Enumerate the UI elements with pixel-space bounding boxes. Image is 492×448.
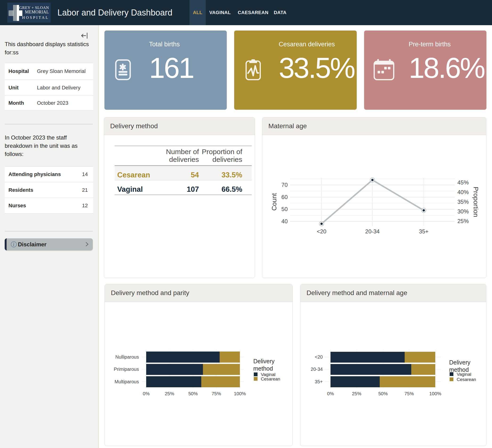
- svg-text:20-34: 20-34: [365, 228, 379, 235]
- svg-text:MEMORIAL: MEMORIAL: [25, 10, 49, 14]
- svg-text:Vaginal: Vaginal: [261, 372, 276, 377]
- svg-text:Nulliparous: Nulliparous: [115, 354, 139, 359]
- svg-text:Delivery: Delivery: [449, 359, 471, 366]
- svg-text:25%: 25%: [352, 391, 361, 396]
- svg-text:Cesarean: Cesarean: [261, 377, 280, 381]
- svg-text:Multiparous: Multiparous: [115, 379, 139, 384]
- svg-text:method: method: [253, 365, 273, 372]
- svg-text:50%: 50%: [378, 391, 388, 396]
- svg-text:50%: 50%: [188, 391, 198, 396]
- svg-text:HOSPITAL: HOSPITAL: [22, 15, 49, 20]
- svg-text:75%: 75%: [212, 391, 221, 396]
- svg-text:0%: 0%: [143, 391, 150, 396]
- svg-text:0%: 0%: [327, 391, 334, 396]
- svg-text:Delivery: Delivery: [253, 358, 275, 364]
- svg-text:Vaginal: Vaginal: [457, 372, 471, 377]
- svg-text:Cesarean: Cesarean: [457, 377, 476, 382]
- svg-text:GREY + SLOAN: GREY + SLOAN: [19, 5, 49, 10]
- svg-text:<20: <20: [315, 354, 323, 359]
- svg-text:35%: 35%: [457, 199, 469, 205]
- svg-text:Count: Count: [270, 193, 278, 211]
- svg-text:Primiparous: Primiparous: [114, 367, 139, 372]
- svg-text:<20: <20: [317, 228, 327, 235]
- svg-text:25%: 25%: [165, 391, 174, 396]
- svg-text:Proportion: Proportion: [472, 187, 480, 217]
- svg-text:100%: 100%: [429, 391, 441, 396]
- svg-text:60: 60: [281, 194, 288, 200]
- svg-text:70: 70: [281, 182, 288, 188]
- svg-text:75%: 75%: [404, 391, 414, 396]
- svg-text:35+: 35+: [419, 228, 429, 235]
- svg-text:100%: 100%: [234, 391, 246, 396]
- svg-text:50: 50: [281, 206, 288, 212]
- svg-text:45%: 45%: [457, 179, 469, 186]
- svg-text:30%: 30%: [457, 208, 469, 215]
- svg-text:25%: 25%: [457, 218, 469, 224]
- svg-text:35+: 35+: [315, 379, 323, 384]
- svg-text:40: 40: [281, 218, 288, 224]
- svg-text:20-34: 20-34: [311, 367, 323, 372]
- svg-text:40%: 40%: [457, 189, 469, 195]
